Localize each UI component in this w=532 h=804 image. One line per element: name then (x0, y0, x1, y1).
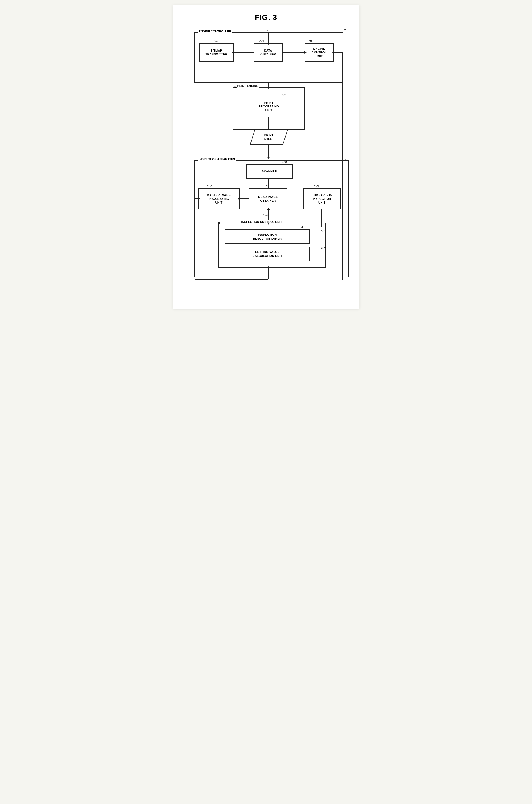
ref-203: 203 (213, 39, 218, 42)
setting-value-label: SETTING VALUE CALCULATION UNIT (252, 250, 282, 258)
print-processing-unit-label: PRINT PROCESSING UNIT (259, 101, 279, 112)
ref-3: 3 (234, 85, 236, 88)
page: FIG. 3 2 ENGINE CONTROLLER 203 201 202 B… (173, 5, 359, 309)
diagram: 2 ENGINE CONTROLLER 203 201 202 BITMAP T… (184, 27, 348, 293)
print-sheet-shape: PRINT SHEET (250, 129, 288, 145)
read-image-label: READ IMAGE OBTAINER (258, 195, 278, 203)
data-obtainer-box: DATA OBTAINER (254, 43, 283, 62)
arrow-engine-to-print (268, 83, 269, 87)
left-vertical-line-top (195, 52, 195, 215)
right-top-connect (334, 52, 343, 53)
arrow-comparison-down (321, 209, 322, 227)
ref-402: 402 (207, 184, 212, 187)
arrow-print-to-sheet (268, 117, 269, 129)
arrow-scanner-to-read (268, 179, 269, 187)
arrow-bottom-up (268, 268, 269, 278)
arrow-master-to-control (219, 209, 219, 223)
scanner-label: SCANNER (262, 169, 277, 173)
figure-title: FIG. 3 (184, 13, 348, 22)
bottom-horizontal-line (195, 279, 268, 280)
comparison-inspection-box: COMPARISON INSPECTION UNIT (303, 188, 341, 209)
ref-400: 400 (282, 161, 287, 164)
left-to-master-arrow (195, 199, 198, 199)
arrow-data-to-engine (283, 52, 305, 53)
ref-403: 403 (263, 213, 268, 217)
engine-controller-label: ENGINE CONTROLLER (198, 30, 232, 33)
inspection-result-box: INSPECTION RESULT OBTAINER (225, 229, 310, 244)
print-engine-label: PRINT ENGINE (237, 84, 259, 88)
master-image-label: MASTER IMAGE PROCESSING UNIT (207, 193, 230, 205)
master-image-box: MASTER IMAGE PROCESSING UNIT (198, 188, 240, 209)
data-obtainer-label: DATA OBTAINER (260, 49, 276, 56)
arrow-comparison-to-control (303, 227, 321, 227)
ref-404: 404 (314, 184, 319, 187)
right-vertical-line (342, 52, 343, 228)
print-sheet-label: PRINT SHEET (264, 133, 274, 141)
ref-431: 431 (321, 229, 326, 233)
scanner-box: SCANNER (246, 164, 293, 179)
arrow-top-to-data (268, 32, 269, 43)
right-main-line (342, 227, 343, 280)
read-image-box: READ IMAGE OBTAINER (249, 188, 287, 209)
inspection-apparatus-label: INSPECTION APPARATUS (198, 158, 236, 161)
print-processing-unit-box: PRINT PROCESSING UNIT (250, 96, 288, 117)
arrow-read-to-master (240, 199, 249, 199)
ref-202: 202 (309, 39, 314, 42)
engine-control-unit-label: ENGINE CONTROL UNIT (311, 47, 326, 58)
ref-201: 201 (260, 39, 264, 42)
inspection-control-label: INSPECTION CONTROL UNIT (241, 220, 283, 223)
ref-432: 432 (321, 246, 326, 250)
bitmap-transmitter-box: BITMAP TRANSMITTER (199, 43, 234, 62)
arrow-sheet-to-scanner (268, 145, 269, 157)
inspection-result-label: INSPECTION RESULT OBTAINER (253, 233, 282, 240)
ref-2: 2 (344, 29, 346, 32)
bitmap-transmitter-label: BITMAP TRANSMITTER (205, 49, 227, 56)
setting-value-box: SETTING VALUE CALCULATION UNIT (225, 246, 310, 261)
comparison-inspection-label: COMPARISON INSPECTION UNIT (311, 193, 332, 205)
ref-4: 4 (345, 158, 346, 162)
arrow-data-to-bitmap (234, 52, 254, 53)
engine-control-unit-box: ENGINE CONTROL UNIT (305, 43, 334, 62)
